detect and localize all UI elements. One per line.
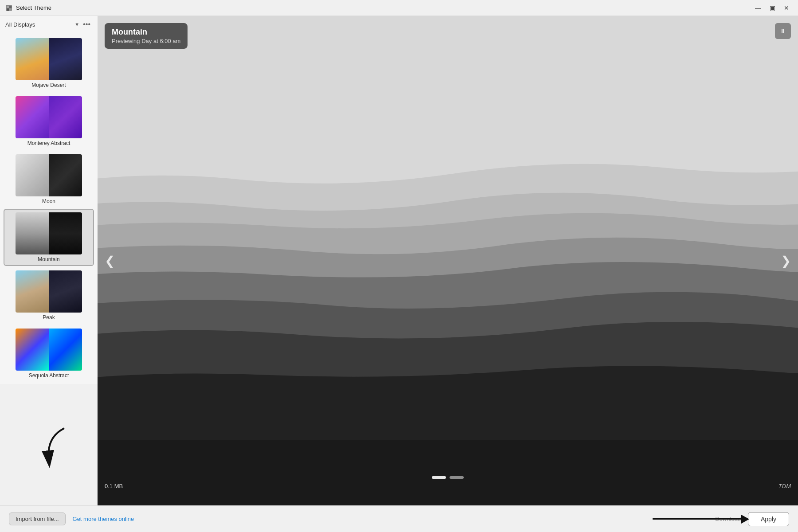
sidebar: All Displays ▼ ••• Mojave Desert xyxy=(0,16,98,384)
close-button[interactable]: ✕ xyxy=(780,3,793,13)
theme-thumbnail-mojave-desert xyxy=(16,38,82,80)
mojave-night-half xyxy=(49,38,82,80)
svg-rect-3 xyxy=(7,8,9,11)
preview-time-label: Previewing Day at 6:00 am xyxy=(112,38,180,44)
download-label: Download xyxy=(715,516,741,522)
main-content: All Displays ▼ ••• Mojave Desert xyxy=(0,16,798,505)
sequoia-night-half xyxy=(49,329,82,371)
dot-2 xyxy=(450,476,464,479)
svg-rect-2 xyxy=(9,6,12,8)
svg-rect-4 xyxy=(9,8,12,11)
theme-item-mountain[interactable]: Mountain xyxy=(4,209,94,266)
maximize-button[interactable]: ▣ xyxy=(766,3,778,13)
sidebar-header: All Displays ▼ ••• xyxy=(0,16,98,33)
moon-day-half xyxy=(16,154,49,196)
import-from-file-button[interactable]: Import from file... xyxy=(9,512,66,525)
moon-night-half xyxy=(49,154,82,196)
svg-rect-1 xyxy=(7,6,9,8)
minimize-button[interactable]: — xyxy=(752,3,764,13)
sidebar-more-options-icon[interactable]: ••• xyxy=(81,20,92,29)
theme-thumbnail-mountain xyxy=(16,212,82,254)
theme-item-mojave-desert[interactable]: Mojave Desert xyxy=(4,35,94,92)
pause-icon: ⏸ xyxy=(780,27,786,35)
theme-thumbnail-peak xyxy=(16,270,82,313)
bottom-left-actions: Import from file... Get more themes onli… xyxy=(9,512,134,525)
theme-item-moon[interactable]: Moon xyxy=(4,151,94,208)
title-bar-controls: — ▣ ✕ xyxy=(752,3,793,13)
mountain-day-half xyxy=(16,212,49,254)
bottom-bar: Import from file... Get more themes onli… xyxy=(0,505,798,532)
theme-label-monterey-abstract: Monterey Abstract xyxy=(27,140,70,146)
next-image-button[interactable]: ❯ xyxy=(777,250,794,272)
dot-1 xyxy=(432,476,446,479)
theme-thumbnail-monterey-abstract xyxy=(16,96,82,138)
theme-item-monterey-abstract[interactable]: Monterey Abstract xyxy=(4,93,94,150)
mojave-day-half xyxy=(16,38,49,80)
mountain-night-half xyxy=(49,212,82,254)
preview-theme-name: Mountain xyxy=(112,27,180,37)
theme-thumbnail-moon xyxy=(16,154,82,196)
theme-label-mojave-desert: Mojave Desert xyxy=(31,82,66,88)
display-selector-label: All Displays xyxy=(5,21,73,28)
mountain-wallpaper-preview xyxy=(98,16,798,505)
sidebar-wrapper: All Displays ▼ ••• Mojave Desert xyxy=(0,16,98,505)
cursor-annotation xyxy=(38,424,73,470)
svg-rect-7 xyxy=(98,440,798,505)
sequoia-day-half xyxy=(16,329,49,371)
theme-item-peak[interactable]: Peak xyxy=(4,267,94,324)
theme-label-peak: Peak xyxy=(43,314,55,321)
monterey-night-half xyxy=(49,96,82,138)
theme-window-icon xyxy=(5,4,12,12)
get-more-themes-link[interactable]: Get more themes online xyxy=(73,516,134,522)
file-size-label: 0.1 MB xyxy=(105,483,123,489)
pause-slideshow-button[interactable]: ⏸ xyxy=(775,23,791,39)
theme-label-mountain: Mountain xyxy=(38,256,59,262)
theme-list: Mojave Desert Monterey Abstract xyxy=(0,33,98,384)
peak-day-half xyxy=(16,270,49,313)
apply-button[interactable]: Apply xyxy=(748,512,789,526)
preview-header-overlay: Mountain Previewing Day at 6:00 am xyxy=(105,23,188,49)
window-title: Select Theme xyxy=(16,4,51,11)
theme-label-sequoia-abstract: Sequoia Abstract xyxy=(29,372,69,379)
peak-night-half xyxy=(49,270,82,313)
preview-area: Mountain Previewing Day at 6:00 am ⏸ xyxy=(98,16,798,505)
theme-item-sequoia-abstract[interactable]: Sequoia Abstract xyxy=(4,325,94,382)
title-bar-left: Select Theme xyxy=(5,4,51,12)
title-bar: Select Theme — ▣ ✕ xyxy=(0,0,798,16)
theme-thumbnail-sequoia-abstract xyxy=(16,329,82,371)
prev-image-button[interactable]: ❮ xyxy=(101,250,118,272)
watermark-label: TDM xyxy=(778,483,791,489)
bottom-right-actions: Download Apply xyxy=(715,512,789,526)
theme-label-moon: Moon xyxy=(42,198,55,204)
slideshow-dots xyxy=(432,476,464,479)
display-selector-arrow-icon: ▼ xyxy=(74,22,79,27)
monterey-day-half xyxy=(16,96,49,138)
